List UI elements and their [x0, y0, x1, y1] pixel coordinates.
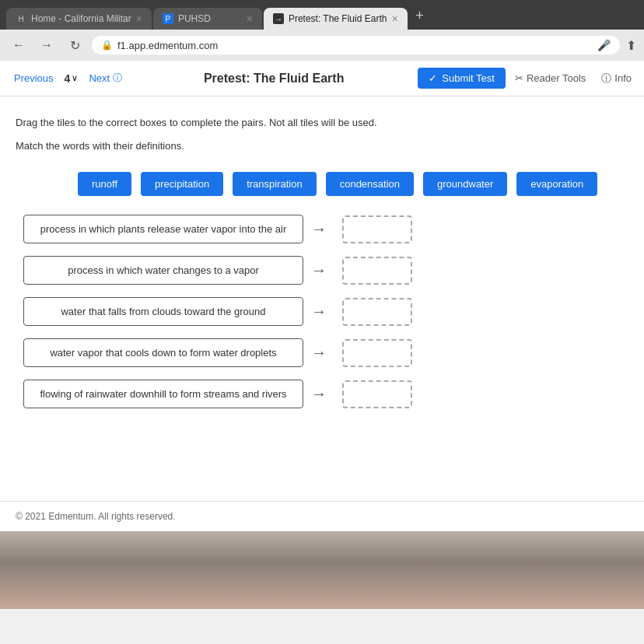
arrow-3: →: [311, 303, 334, 320]
footer: © 2021 Edmentum. All rights reserved.: [0, 501, 644, 531]
answer-box-4[interactable]: [342, 339, 412, 367]
submit-icon: ✓: [429, 72, 437, 84]
arrow-1: →: [311, 220, 334, 238]
question-number: 4: [65, 72, 71, 85]
match-row-4: water vapor that cools down to form wate…: [23, 338, 621, 367]
arrow-2: →: [311, 261, 334, 279]
tab-pretest-close[interactable]: ×: [391, 12, 397, 25]
refresh-button[interactable]: ↻: [64, 34, 86, 56]
tab-home-label: Home - California Militar: [31, 13, 131, 24]
instruction-2: Match the words with their definitions.: [16, 138, 628, 154]
back-button[interactable]: ←: [8, 34, 30, 56]
tab-puhsd-label: PUHSD: [178, 13, 211, 24]
answer-box-5[interactable]: [342, 380, 412, 408]
tab-pretest-label: Pretest: The Fluid Earth: [289, 13, 387, 24]
info-label: Info: [614, 72, 632, 84]
tab-pretest-favicon: →: [273, 13, 284, 24]
match-row-3: water that falls from clouds toward the …: [23, 297, 621, 326]
forward-button[interactable]: →: [36, 34, 58, 56]
app-toolbar: Previous 4 ∨ Next ⓘ Pretest: The Fluid E…: [0, 61, 644, 96]
share-icon[interactable]: ⬆: [626, 38, 636, 53]
tile-evaporation[interactable]: evaporation: [516, 172, 597, 196]
match-row-2: process in which water changes to a vapo…: [23, 256, 621, 285]
tab-home-close[interactable]: ×: [136, 12, 142, 25]
tile-transpiration[interactable]: transpiration: [233, 172, 317, 196]
tab-puhsd-favicon: P: [163, 13, 173, 24]
definition-1: process in which plants release water va…: [23, 215, 303, 243]
mic-icon: 🎤: [597, 39, 611, 51]
tile-condensation[interactable]: condensation: [326, 172, 414, 196]
definition-5: flowing of rainwater downhill to form st…: [23, 380, 303, 408]
reader-tools-icon: ✂: [515, 72, 523, 84]
address-box[interactable]: 🔒 f1.app.edmentum.com 🎤: [92, 36, 620, 54]
next-button[interactable]: Next ⓘ: [81, 68, 130, 88]
submit-label: Submit Test: [442, 72, 495, 84]
question-dropdown-icon[interactable]: ∨: [72, 73, 78, 83]
submit-test-button[interactable]: ✓ Submit Test: [418, 68, 506, 89]
definition-2: process in which water changes to a vapo…: [23, 256, 303, 285]
tab-home[interactable]: H Home - California Militar ×: [6, 8, 152, 30]
tab-home-favicon: H: [16, 13, 26, 24]
tiles-area: runoff precipitation transpiration conde…: [78, 172, 628, 196]
lock-icon: 🔒: [101, 40, 113, 51]
answer-box-1[interactable]: [342, 215, 412, 243]
tile-groundwater[interactable]: groundwater: [423, 172, 507, 196]
instruction-1: Drag the tiles to the correct boxes to c…: [16, 115, 628, 131]
match-row-5: flowing of rainwater downhill to form st…: [23, 380, 621, 408]
tile-runoff[interactable]: runoff: [78, 172, 131, 196]
address-bar-row: ← → ↻ 🔒 f1.app.edmentum.com 🎤 ⬆: [0, 30, 644, 61]
footer-text: © 2021 Edmentum. All rights reserved.: [16, 511, 176, 522]
info-icon: ⓘ: [601, 72, 611, 86]
match-row-1: process in which plants release water va…: [23, 215, 621, 243]
definition-4: water vapor that cools down to form wate…: [23, 338, 303, 367]
tab-puhsd[interactable]: P PUHSD ×: [153, 8, 262, 30]
previous-label: Previous: [14, 72, 54, 84]
info-button[interactable]: ⓘ Info: [595, 68, 638, 89]
address-text: f1.app.edmentum.com: [117, 40, 218, 51]
reader-tools-label: Reader Tools: [527, 72, 586, 84]
tab-puhsd-close[interactable]: ×: [247, 12, 253, 25]
next-icon: ⓘ: [113, 72, 122, 85]
reader-tools-button[interactable]: ✂ Reader Tools: [509, 69, 592, 87]
matching-area: process in which plants release water va…: [23, 215, 621, 408]
next-label: Next: [89, 72, 110, 84]
answer-box-2[interactable]: [342, 257, 412, 285]
question-number-area: 4 ∨: [65, 72, 79, 85]
tab-bar: H Home - California Militar × P PUHSD × …: [0, 5, 644, 30]
browser-chrome: H Home - California Militar × P PUHSD × …: [0, 0, 644, 61]
physical-background: [0, 531, 644, 609]
tab-pretest[interactable]: → Pretest: The Fluid Earth ×: [264, 8, 408, 30]
tile-precipitation[interactable]: precipitation: [141, 172, 223, 196]
arrow-5: →: [311, 385, 334, 403]
definition-3: water that falls from clouds toward the …: [23, 297, 303, 326]
add-tab-button[interactable]: +: [409, 5, 431, 26]
answer-box-3[interactable]: [342, 298, 412, 326]
main-content: Drag the tiles to the correct boxes to c…: [0, 96, 644, 501]
arrow-4: →: [311, 344, 334, 362]
page-title: Pretest: The Fluid Earth: [133, 72, 415, 86]
previous-button[interactable]: Previous: [6, 69, 61, 87]
